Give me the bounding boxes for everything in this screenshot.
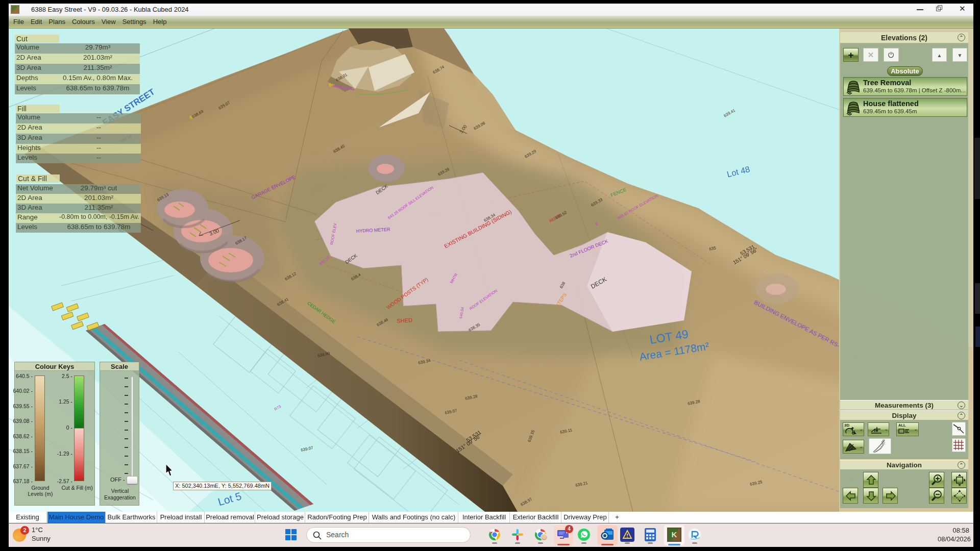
svg-text:6r-: 6r- <box>329 82 335 88</box>
svg-text:SHED: SHED <box>397 317 412 324</box>
